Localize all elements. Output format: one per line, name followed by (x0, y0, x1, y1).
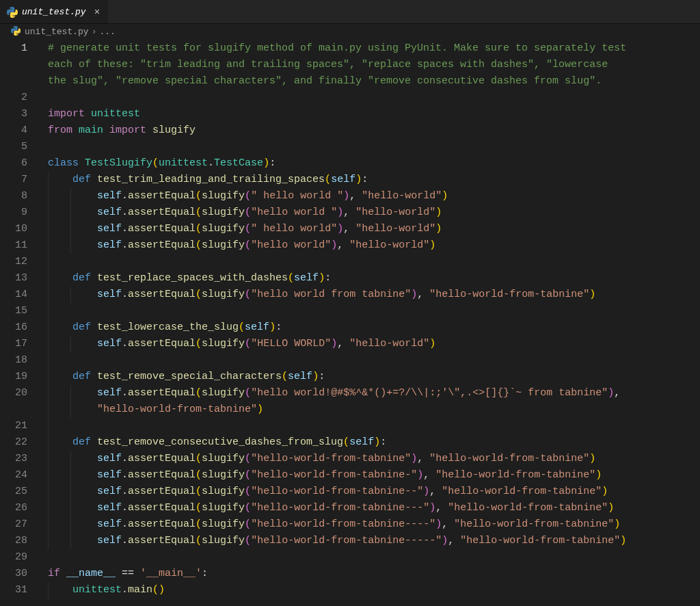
code-token: ( (196, 453, 202, 464)
code-token: "hello world from tabnine" (251, 289, 411, 300)
code-token: "hello-world-from-tabnine" (448, 502, 608, 514)
line-number: 28 (0, 533, 40, 549)
indent-guide (48, 516, 49, 533)
code-token: , (343, 207, 355, 218)
code-token: "hello-world-from-tabnine" (460, 535, 620, 546)
code-token: . (122, 239, 128, 251)
code-line[interactable]: self.assertEqual(slugify("hello world!@#… (40, 385, 700, 401)
code-line[interactable]: self.assertEqual(slugify("hello-world-fr… (40, 484, 700, 500)
code-token: ) (312, 371, 319, 382)
indent-guide (48, 582, 49, 598)
code-line[interactable]: self.assertEqual(slugify("hello world fr… (40, 287, 700, 303)
code-token: ) (435, 518, 442, 530)
indent-guide (70, 385, 71, 401)
breadcrumb[interactable]: unit_test.py › ... (0, 24, 700, 39)
code-token: self (349, 436, 374, 448)
code-token: self (294, 272, 319, 284)
code-token: ) (269, 321, 275, 333)
code-line[interactable]: def test_trim_leading_and_trailing_space… (40, 172, 700, 188)
code-line[interactable]: def test_remove_consecutive_dashes_from_… (40, 434, 700, 451)
line-number: 26 (0, 500, 40, 516)
code-line[interactable]: self.assertEqual(slugify("hello-world-fr… (40, 467, 700, 484)
code-token: "hello-world-from-tabnine-" (251, 469, 417, 481)
code-token (72, 124, 79, 136)
code-line[interactable] (40, 303, 700, 319)
tab-unit-test[interactable]: unit_test.py × (0, 0, 108, 23)
code-token: ) (423, 486, 429, 497)
code-line[interactable]: the slug", "remove special characters", … (40, 73, 700, 90)
code-token: self (97, 190, 122, 202)
code-token: assertEqual (128, 535, 196, 546)
code-line[interactable] (40, 352, 700, 369)
line-number: 5 (0, 139, 40, 155)
code-token: ( (196, 289, 202, 300)
code-line[interactable]: self.assertEqual(slugify("hello-world-fr… (40, 500, 700, 516)
code-line[interactable] (40, 139, 700, 155)
code-token: ) (343, 190, 349, 202)
code-token: self (97, 486, 122, 497)
code-line[interactable]: self.assertEqual(slugify(" hello world "… (40, 188, 700, 205)
code-token: def (72, 436, 91, 448)
code-line[interactable]: if __name__ == '__main__': (40, 566, 700, 582)
breadcrumb-rest[interactable]: ... (99, 27, 115, 37)
code-line[interactable]: # generate unit tests for slugify method… (40, 40, 700, 57)
code-token: ( (196, 223, 202, 235)
code-line[interactable]: class TestSlugify(unittest.TestCase): (40, 155, 700, 172)
code-token: . (122, 502, 128, 514)
indent-guide (48, 434, 49, 451)
line-number: 29 (0, 549, 40, 566)
code-line[interactable]: from main import slugify (40, 122, 700, 139)
code-line[interactable] (40, 254, 700, 270)
code-line[interactable]: unittest.main() (40, 582, 700, 598)
indent-guide (70, 467, 71, 484)
editor[interactable]: 1234567891011121314151617181920212223242… (0, 39, 700, 598)
code-token: slugify (202, 453, 245, 464)
indent-guide (70, 336, 71, 352)
code-line[interactable]: self.assertEqual(slugify("hello-world-fr… (40, 516, 700, 533)
code-line[interactable]: self.assertEqual(slugify("hello world ")… (40, 205, 700, 221)
code-line[interactable]: "hello-world-from-tabnine") (40, 401, 700, 418)
code-line[interactable]: self.assertEqual(slugify("hello-world-fr… (40, 451, 700, 467)
code-token: . (122, 190, 128, 202)
code-line[interactable]: self.assertEqual(slugify("HELLO WORLD"),… (40, 336, 700, 352)
code-line[interactable]: def test_remove_special_characters(self)… (40, 369, 700, 385)
code-line[interactable]: self.assertEqual(slugify("hello world"),… (40, 237, 700, 254)
code-line[interactable]: self.assertEqual(slugify(" hello world")… (40, 221, 700, 237)
code-token: ( (245, 518, 251, 530)
code-token: , (417, 289, 429, 300)
code-token: test_trim_leading_and_trailing_spaces (97, 174, 325, 185)
code-token: . (122, 518, 128, 530)
code-line[interactable]: def test_replace_spaces_with_dashes(self… (40, 270, 700, 287)
code-token: "hello-world" (355, 223, 435, 235)
breadcrumb-file[interactable]: unit_test.py (25, 27, 89, 37)
code-token: slugify (152, 124, 196, 136)
code-token: slugify (202, 239, 245, 251)
code-token: () (152, 584, 165, 596)
code-token: ) (337, 223, 343, 235)
code-line[interactable] (40, 418, 700, 434)
code-line[interactable]: each of these: "trim leading and trailin… (40, 57, 700, 73)
code-token: slugify (202, 486, 245, 497)
code-token: , (349, 190, 362, 202)
code-token: from (48, 124, 72, 136)
code-line[interactable] (40, 90, 700, 106)
code-token: ) (589, 289, 595, 300)
code-line[interactable]: import unittest (40, 106, 700, 122)
code-line[interactable]: self.assertEqual(slugify("hello-world-fr… (40, 533, 700, 549)
code-token: , (435, 502, 448, 514)
code-area[interactable]: # generate unit tests for slugify method… (40, 39, 700, 598)
code-token: "hello-world-from-tabnine" (442, 486, 602, 497)
indent-guide (70, 237, 71, 254)
code-token: == (116, 568, 140, 579)
indent-guide (70, 401, 71, 418)
code-token (48, 272, 72, 284)
code-token: slugify (202, 502, 245, 514)
code-token: . (122, 289, 128, 300)
code-token: slugify (202, 518, 245, 530)
code-line[interactable] (40, 549, 700, 566)
code-line[interactable]: def test_lowercase_the_slug(self): (40, 319, 700, 336)
code-token (48, 239, 97, 251)
code-token: "hello-world" (355, 207, 435, 218)
tab-close-icon[interactable]: × (93, 6, 101, 18)
code-token: : (202, 568, 208, 579)
